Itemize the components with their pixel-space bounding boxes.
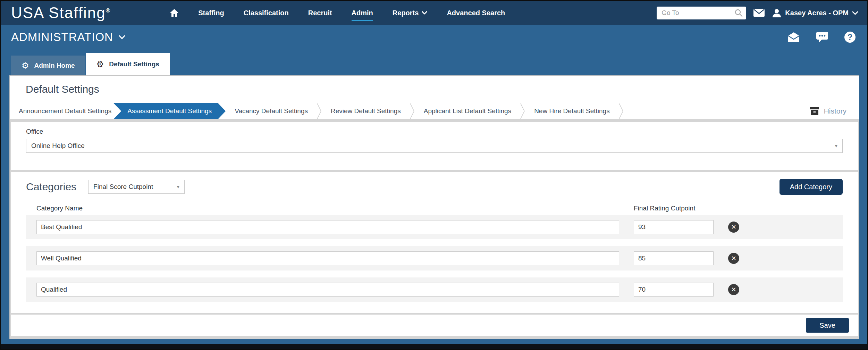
chevron-down-icon	[422, 11, 427, 15]
user-icon	[772, 8, 782, 18]
chevron-down-icon	[119, 35, 125, 39]
registered-mark: ®	[106, 7, 111, 14]
goto-search-input[interactable]	[661, 9, 734, 17]
history-button-label: History	[824, 107, 846, 115]
gear-icon: ⚙	[96, 60, 104, 68]
step-announcement-default-settings[interactable]: Announcement Default Settings	[10, 103, 120, 119]
mail-icon[interactable]	[753, 9, 765, 17]
remove-category-icon[interactable]: ✕	[728, 222, 739, 233]
step-assessment-default-settings[interactable]: Assessment Default Settings	[113, 103, 226, 119]
nav-item-admin[interactable]: Admin	[352, 9, 373, 17]
step-vacancy-default-settings[interactable]: Vacancy Default Settings	[226, 103, 317, 119]
step-applicant-list-default-settings[interactable]: Applicant List Default Settings	[415, 103, 520, 119]
categories-header: Categories Final Score Cutpoint ▾ Add Ca…	[26, 179, 843, 195]
category-column-headers: Category Name Final Rating Cutpoint	[26, 205, 843, 212]
history-button[interactable]: History	[797, 103, 859, 119]
user-name: Kasey Acres - OPM	[785, 9, 849, 17]
window-bottom-edge	[1, 344, 867, 349]
administration-title: ADMINISTRATION	[11, 31, 113, 44]
tab-admin-home-label: Admin Home	[34, 62, 75, 69]
office-select-value: Online Help Office	[31, 142, 85, 150]
nav-item-reports[interactable]: Reports	[393, 9, 428, 17]
page-title: Default Settings	[26, 83, 99, 95]
administration-bar: ADMINISTRATION ?	[1, 25, 867, 49]
tab-default-settings[interactable]: ⚙ Default Settings	[86, 53, 170, 76]
topbar-right-cluster: Kasey Acres - OPM	[657, 7, 858, 19]
step-review-default-settings[interactable]: Review Default Settings	[322, 103, 410, 119]
mail-icon	[753, 9, 765, 17]
inbox-envelope-icon[interactable]	[787, 32, 800, 42]
select-arrow-icon: ▾	[835, 143, 837, 149]
help-icon[interactable]: ?	[844, 32, 856, 43]
brand-logo-text: USA Staffing	[11, 4, 106, 21]
chat-bubble-icon	[816, 32, 828, 43]
categories-heading: Categories	[26, 181, 76, 193]
nav-item-classification[interactable]: Classification	[244, 9, 289, 17]
category-cutpoint-input[interactable]	[634, 283, 714, 297]
goto-search	[657, 7, 746, 19]
brand-logo: USA Staffing®	[11, 4, 111, 22]
panel-body: Office Online Help Office ▾ Categories F…	[10, 119, 859, 339]
remove-category-icon[interactable]: ✕	[728, 253, 739, 264]
step-separator-chevron	[520, 103, 525, 119]
chat-bubble-icon[interactable]	[816, 32, 828, 43]
settings-step-nav: Announcement Default Settings Assessment…	[10, 103, 859, 119]
step-separator-chevron	[410, 103, 415, 119]
nav-item-reports-label: Reports	[393, 9, 419, 17]
select-arrow-icon: ▾	[177, 184, 180, 190]
title-band: Default Settings	[10, 76, 859, 103]
main-panel: Default Settings Announcement Default Se…	[10, 76, 859, 339]
nav-item-recruit[interactable]: Recruit	[308, 9, 332, 17]
administration-menu[interactable]: ADMINISTRATION	[11, 31, 125, 44]
step-new-hire-default-settings[interactable]: New Hire Default Settings	[525, 103, 619, 119]
administration-bar-icons: ?	[787, 32, 856, 43]
chevron-down-icon	[852, 11, 858, 15]
nav-item-staffing[interactable]: Staffing	[198, 9, 224, 17]
step-separator-chevron	[317, 103, 322, 119]
main-menu: Staffing Classification Recruit Admin Re…	[170, 9, 505, 17]
category-name-column-label: Category Name	[36, 205, 619, 212]
category-name-input[interactable]	[36, 283, 619, 297]
category-name-input[interactable]	[36, 251, 619, 265]
cutpoint-type-select[interactable]: Final Score Cutpoint ▾	[88, 180, 185, 194]
step-separator-chevron	[619, 103, 624, 119]
home-icon[interactable]	[170, 9, 179, 17]
save-bar: Save	[11, 315, 858, 336]
office-label: Office	[26, 128, 843, 135]
office-select[interactable]: Online Help Office ▾	[26, 139, 843, 153]
nav-item-advanced-search[interactable]: Advanced Search	[447, 9, 505, 17]
steps-spacer	[624, 103, 797, 119]
search-icon	[734, 9, 743, 17]
tab-admin-home[interactable]: ⚙ Admin Home	[11, 56, 85, 76]
category-name-input[interactable]	[36, 220, 619, 234]
app-window: USA Staffing® Staffing Classification Re…	[0, 0, 868, 350]
category-cutpoint-input[interactable]	[634, 251, 714, 265]
home-icon	[170, 9, 179, 17]
workspace: ⚙ Admin Home ⚙ Default Settings Default …	[1, 49, 867, 344]
tab-default-settings-label: Default Settings	[109, 60, 159, 68]
remove-category-icon[interactable]: ✕	[728, 284, 739, 295]
category-row: ✕	[26, 277, 843, 302]
user-menu[interactable]: Kasey Acres - OPM	[772, 8, 858, 18]
category-row: ✕	[26, 215, 843, 239]
add-category-button[interactable]: Add Category	[779, 179, 843, 195]
final-rating-cutpoint-column-label: Final Rating Cutpoint	[634, 205, 714, 212]
categories-card: Categories Final Score Cutpoint ▾ Add Ca…	[11, 172, 858, 313]
category-row: ✕	[26, 246, 843, 270]
office-card: Office Online Help Office ▾	[11, 122, 858, 170]
top-nav-bar: USA Staffing® Staffing Classification Re…	[1, 1, 867, 25]
tab-strip: ⚙ Admin Home ⚙ Default Settings	[1, 49, 867, 76]
save-button[interactable]: Save	[806, 318, 849, 333]
gear-icon: ⚙	[22, 61, 29, 70]
history-archive-icon	[810, 107, 819, 116]
inbox-envelope-icon	[787, 32, 800, 42]
category-cutpoint-input[interactable]	[634, 220, 714, 234]
cutpoint-type-value: Final Score Cutpoint	[93, 183, 153, 191]
